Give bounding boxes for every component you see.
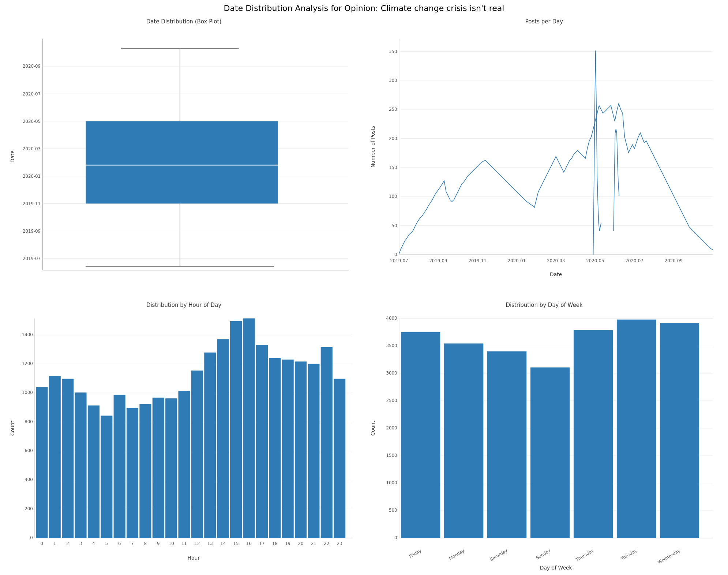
svg-text:Saturday: Saturday [489,548,509,562]
svg-text:Wednesday: Wednesday [657,548,681,565]
svg-text:500: 500 [389,508,397,513]
svg-rect-90 [282,360,294,538]
svg-rect-87 [243,319,255,538]
svg-text:2019-07: 2019-07 [23,256,41,261]
hourly-area: 0 200 400 600 800 1000 1200 1400 [7,310,360,575]
svg-text:2020-07: 2020-07 [23,91,41,97]
svg-text:22: 22 [324,541,329,546]
svg-text:250: 250 [389,107,397,112]
svg-text:15: 15 [233,541,239,546]
svg-text:2020-05: 2020-05 [586,258,604,263]
svg-text:2020-03: 2020-03 [547,258,565,263]
svg-text:200: 200 [389,136,397,141]
svg-rect-85 [217,339,229,538]
svg-text:17: 17 [259,541,264,546]
svg-text:16: 16 [246,541,252,546]
svg-text:4: 4 [92,541,95,546]
hourly-svg: 0 200 400 600 800 1000 1200 1400 [7,310,360,575]
charts-grid: Date Distribution (Box Plot) 2019-07 201… [4,15,724,575]
svg-text:200: 200 [25,506,33,511]
svg-text:Monday: Monday [448,548,465,561]
svg-text:2020-01: 2020-01 [23,174,41,179]
svg-text:1000: 1000 [22,390,33,395]
svg-text:0: 0 [41,541,44,546]
svg-text:300: 300 [389,78,397,83]
svg-text:Friday: Friday [408,548,422,559]
svg-text:3: 3 [79,541,82,546]
svg-rect-89 [269,358,281,538]
weekly-title: Distribution by Day of Week [506,302,582,308]
svg-rect-80 [153,398,164,538]
svg-text:18: 18 [272,541,278,546]
svg-text:400: 400 [25,477,33,482]
svg-text:350: 350 [389,49,397,54]
svg-text:12: 12 [194,541,200,546]
svg-text:10: 10 [169,541,174,546]
svg-rect-142 [444,343,483,538]
weekly-panel: Distribution by Day of Week 0 500 1000 1… [364,298,724,575]
svg-rect-91 [295,361,307,538]
main-container: Date Distribution Analysis for Opinion: … [0,0,728,575]
main-title: Date Distribution Analysis for Opinion: … [4,4,724,13]
svg-text:1400: 1400 [22,332,33,337]
svg-text:50: 50 [391,223,397,228]
svg-text:2020-09: 2020-09 [23,64,41,69]
svg-rect-88 [256,345,268,538]
svg-text:Number of Posts: Number of Posts [370,126,376,168]
svg-rect-75 [88,406,100,538]
boxplot-title: Date Distribution (Box Plot) [146,18,222,25]
svg-rect-18 [86,121,278,203]
svg-text:2020-03: 2020-03 [23,146,41,151]
weekly-area: 0 500 1000 1500 2000 2500 3000 3500 4000 [368,310,721,575]
hourly-panel: Distribution by Hour of Day 0 200 400 60… [4,298,364,575]
weekly-svg: 0 500 1000 1500 2000 2500 3000 3500 4000 [368,310,721,575]
svg-rect-78 [127,408,138,538]
svg-text:600: 600 [25,448,33,453]
svg-text:1: 1 [53,541,56,546]
svg-text:1200: 1200 [22,361,33,366]
svg-text:Hour: Hour [188,555,200,561]
svg-text:4000: 4000 [386,316,397,321]
timeseries-svg: 0 50 100 150 200 250 300 350 [368,26,721,294]
svg-text:Count: Count [370,421,376,436]
svg-rect-143 [487,352,526,538]
svg-text:2020-01: 2020-01 [508,258,526,263]
svg-text:2500: 2500 [386,398,397,403]
svg-text:Thursday: Thursday [574,548,594,563]
svg-text:Date: Date [10,150,15,162]
svg-text:2019-09: 2019-09 [429,258,447,263]
svg-rect-82 [178,391,190,538]
svg-text:Day of Week: Day of Week [540,565,573,571]
svg-rect-145 [574,330,613,538]
svg-rect-141 [401,332,440,538]
svg-text:9: 9 [157,541,160,546]
svg-rect-83 [191,371,203,538]
svg-text:2: 2 [66,541,69,546]
svg-text:8: 8 [144,541,147,546]
svg-rect-79 [139,404,151,538]
svg-text:Count: Count [10,421,15,436]
svg-text:2019-11: 2019-11 [23,201,41,206]
svg-text:3500: 3500 [386,343,397,348]
timeseries-area: 0 50 100 150 200 250 300 350 [368,26,721,294]
svg-text:Tuesday: Tuesday [620,548,638,561]
svg-rect-86 [230,321,242,538]
svg-text:Sunday: Sunday [535,548,552,560]
svg-text:5: 5 [105,541,108,546]
svg-rect-74 [75,392,86,538]
svg-rect-73 [62,379,74,538]
svg-rect-94 [334,379,345,538]
svg-text:2000: 2000 [386,425,397,431]
timeseries-panel: Posts per Day 0 50 100 150 200 250 300 3… [364,15,724,298]
timeseries-title: Posts per Day [525,18,563,25]
svg-rect-144 [530,368,570,538]
boxplot-area: 2019-07 2019-09 2019-11 2020-01 2020-03 … [7,26,360,294]
svg-text:23: 23 [337,541,342,546]
svg-text:2020-09: 2020-09 [665,258,683,263]
svg-rect-81 [165,398,177,538]
svg-text:19: 19 [285,541,290,546]
svg-rect-147 [660,323,699,538]
boxplot-panel: Date Distribution (Box Plot) 2019-07 201… [4,15,364,298]
svg-text:13: 13 [207,541,213,546]
svg-rect-76 [101,416,112,538]
